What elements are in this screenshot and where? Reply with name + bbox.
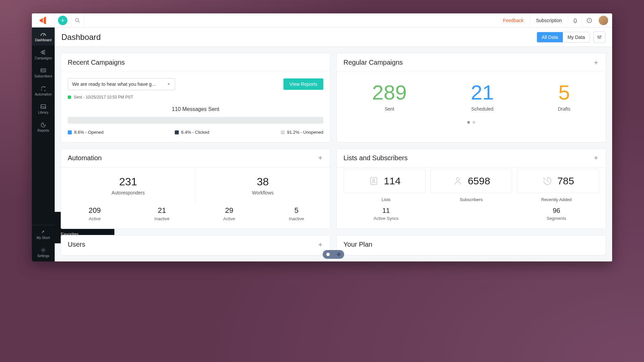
svg-text:?: ?	[588, 19, 590, 22]
shortcut-icon	[40, 229, 46, 235]
svg-point-14	[599, 37, 600, 38]
sidebar-item-dashboard[interactable]: Dashboard	[32, 27, 55, 46]
ar-inactive-label: Inactive	[128, 216, 196, 221]
gauge-icon	[40, 32, 47, 37]
svg-line-1	[78, 21, 79, 22]
megaphone-icon	[40, 50, 47, 55]
recently-added-box: 785	[517, 169, 599, 193]
wf-active-count: 29	[196, 206, 263, 215]
svg-point-13	[598, 36, 599, 37]
avatar[interactable]	[599, 16, 608, 25]
toggle-my-data[interactable]: My Data	[563, 32, 590, 42]
page-dot-2[interactable]	[337, 253, 340, 256]
subscribers-label: Subscribers	[429, 197, 514, 202]
sidebar-item-label: Dashboard	[35, 38, 52, 42]
sidebar-item-label: Subscribers	[35, 74, 52, 78]
logo[interactable]	[32, 13, 55, 27]
autoresponders-label: Autoresponders	[64, 190, 192, 195]
scheduled-label: Scheduled	[471, 106, 494, 112]
svg-point-15	[600, 36, 601, 37]
page-title: Dashboard	[61, 33, 101, 42]
subscription-link[interactable]: Subscription	[530, 13, 568, 27]
ar-inactive-count: 21	[128, 206, 196, 215]
sidebar-item-subscribers[interactable]: Subscribers	[32, 64, 55, 82]
toggle-all-data[interactable]: All Data	[537, 32, 563, 42]
page-dot-1[interactable]	[326, 253, 330, 256]
svg-point-0	[75, 18, 78, 21]
recently-added-count: 785	[557, 175, 574, 187]
filter-button[interactable]	[593, 32, 605, 43]
sidebar-item-automation[interactable]: Automation	[32, 82, 55, 100]
app-window: Feedback Subscription ? Dashboard Campai…	[32, 13, 612, 261]
add-automation[interactable]	[317, 155, 323, 161]
card-title: Your Plan	[343, 241, 372, 248]
help-button[interactable]: ?	[582, 13, 596, 27]
id-card-icon	[40, 68, 47, 73]
page-header: Dashboard All Data My Data	[55, 27, 612, 47]
wf-active-label: Active	[196, 216, 263, 221]
scheduled-count: 21	[471, 82, 494, 103]
feedback-link[interactable]: Feedback	[497, 18, 529, 23]
card-title: Automation	[68, 154, 102, 162]
svg-point-5	[42, 70, 43, 71]
dot-1[interactable]	[467, 121, 470, 124]
lists-label: Lists	[343, 197, 429, 202]
segments-label: Segments	[514, 216, 599, 221]
topbar: Feedback Subscription ?	[32, 13, 612, 27]
sidebar-item-label: Library	[38, 111, 49, 114]
add-user[interactable]	[317, 242, 323, 248]
search-button[interactable]	[71, 13, 84, 27]
view-reports-button[interactable]: View Reports	[283, 78, 323, 90]
sidebar-item-label: Automation	[35, 93, 52, 96]
dot-2[interactable]	[473, 121, 475, 124]
bell-icon	[572, 17, 578, 23]
status-dot	[68, 96, 71, 99]
add-button[interactable]	[58, 16, 67, 25]
sidebar-item-library[interactable]: Library	[32, 100, 55, 118]
workflows-label: Workflows	[199, 190, 327, 195]
sidebar-item-settings[interactable]: Settings	[32, 243, 55, 261]
svg-point-18	[456, 178, 459, 181]
sidebar-item-reports[interactable]: Reports	[32, 118, 55, 136]
autoresponders-count: 231	[64, 176, 192, 188]
swatch-opened	[68, 130, 72, 134]
your-plan-card: Your Plan	[336, 235, 606, 255]
regular-campaigns-card: Regular Campaigns 289 Sent 21 Scheduled	[336, 53, 606, 142]
subscribers-box: 6598	[430, 169, 513, 193]
data-toggle: All Data My Data	[537, 32, 590, 43]
page-indicator	[323, 250, 344, 259]
lists-subscribers-card: Lists and Subscribers 114 6598	[336, 148, 606, 229]
active-syncs-label: Active Syncs	[343, 216, 429, 221]
image-icon	[40, 104, 47, 109]
dropdown-label: We are ready to hear what you have g…	[72, 81, 156, 87]
sidebar-item-myshort[interactable]: My Short	[32, 225, 55, 243]
add-list[interactable]	[593, 155, 599, 161]
users-card: Users	[61, 235, 330, 255]
card-title: Recent Campaigns	[68, 59, 125, 66]
campaign-dropdown[interactable]: We are ready to hear what you have g…	[68, 78, 175, 90]
sent-label: Sent	[372, 106, 407, 112]
gear-icon	[40, 247, 46, 253]
ar-active-count: 209	[61, 206, 128, 215]
sent-status: Sent - 10/25/2017 10:53 PM PST	[74, 95, 133, 100]
wf-inactive-count: 5	[263, 206, 330, 215]
legend-unopened: 91.2% - Unopened	[287, 130, 323, 135]
swatch-unopened	[281, 130, 285, 134]
cycle-icon	[40, 86, 47, 91]
sliders-icon	[597, 35, 602, 40]
card-title: Regular Campaigns	[343, 59, 403, 66]
sidebar-item-label: My Short	[37, 236, 50, 240]
search-icon	[74, 17, 80, 23]
notifications-button[interactable]	[568, 13, 582, 27]
svg-point-9	[43, 249, 44, 251]
messages-sent: 110 Messages Sent	[68, 106, 323, 112]
sidebar-item-campaigns[interactable]: Campaigns	[32, 46, 55, 64]
ar-active-label: Active	[61, 216, 128, 221]
history-icon	[542, 176, 553, 186]
contact-icon	[368, 176, 379, 186]
megaphone-icon	[39, 16, 48, 25]
sidebar-item-label: Settings	[37, 254, 49, 258]
active-syncs-count: 11	[343, 207, 429, 215]
add-regular-campaign[interactable]	[593, 60, 599, 66]
automation-card: Automation 231 Autoresponders 38 Workflo…	[61, 148, 330, 229]
